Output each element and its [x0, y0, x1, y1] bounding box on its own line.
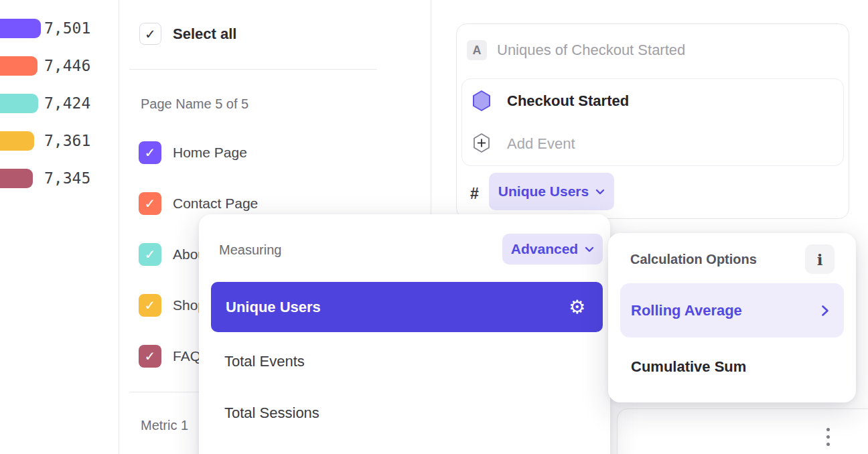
menu-option-label: Unique Users — [226, 299, 321, 316]
bar-segment — [0, 56, 38, 76]
add-event-icon[interactable] — [472, 133, 491, 153]
series-letter-badge[interactable]: A — [467, 40, 487, 60]
calculation-options-menu: Calculation Options i Rolling Average Cu… — [608, 233, 856, 402]
add-event-label[interactable]: Add Event — [507, 135, 575, 153]
measurement-dropdown[interactable]: Unique Users — [489, 173, 614, 210]
select-all-label[interactable]: Select all — [173, 24, 236, 44]
bar-segment — [0, 94, 38, 113]
advanced-mode-button[interactable]: Advanced — [502, 234, 603, 264]
checkmark-icon: ✓ — [145, 145, 156, 161]
checkbox-about-page[interactable]: ✓ — [139, 243, 161, 266]
menu-option-total-events[interactable]: Total Events — [224, 353, 305, 370]
second-metric-card — [617, 408, 868, 454]
menu-option-unique-users[interactable]: Unique Users ⚙ — [211, 282, 603, 332]
bar-value: 7,501 — [44, 19, 90, 38]
checkmark-icon: ✓ — [145, 246, 156, 262]
measuring-menu-title: Measuring — [219, 242, 281, 258]
checkbox-shop-page[interactable]: ✓ — [139, 294, 161, 317]
bar-value: 7,345 — [44, 169, 90, 188]
info-icon[interactable]: i — [805, 244, 835, 274]
checkmark-icon: ✓ — [145, 26, 156, 42]
filter-item-label[interactable]: Home Page — [173, 141, 247, 164]
chevron-down-icon — [585, 246, 594, 252]
chevron-right-icon — [821, 305, 829, 317]
bar-value: 7,361 — [44, 131, 90, 151]
checkbox-faq-page[interactable]: ✓ — [139, 345, 161, 368]
filter-divider — [129, 69, 377, 70]
event-name[interactable]: Checkout Started — [507, 92, 629, 110]
series-name-input[interactable]: Uniques of Checkout Started — [497, 42, 685, 59]
filter-item-label[interactable]: Contact Page — [173, 192, 258, 215]
checkmark-icon: ✓ — [145, 297, 156, 313]
bar-segment — [0, 131, 34, 151]
bar-segment — [0, 19, 41, 38]
menu-option-total-sessions[interactable]: Total Sessions — [224, 404, 319, 422]
chevron-down-icon — [595, 189, 605, 195]
measuring-menu: Measuring Advanced Unique Users ⚙ Total … — [199, 214, 610, 454]
calc-option-cumulative-sum[interactable]: Cumulative Sum — [631, 358, 746, 376]
event-list-card — [461, 78, 844, 166]
bar-segment — [0, 169, 33, 188]
count-prefix: # — [470, 185, 479, 203]
checkmark-icon: ✓ — [145, 196, 156, 212]
checkbox-contact-page[interactable]: ✓ — [139, 192, 161, 215]
kebab-menu-icon[interactable] — [826, 428, 830, 446]
bar-value: 7,424 — [44, 94, 90, 113]
bar-value: 7,446 — [44, 56, 90, 76]
gear-icon[interactable]: ⚙ — [569, 298, 585, 317]
advanced-label: Advanced — [511, 241, 578, 257]
calc-option-rolling-average[interactable]: Rolling Average — [620, 283, 844, 337]
event-hexagon-icon — [472, 90, 492, 112]
metric-label: Metric 1 — [141, 418, 188, 433]
checkmark-icon: ✓ — [145, 348, 156, 364]
filter-group-label: Page Name 5 of 5 — [141, 96, 248, 112]
left-panel-divider — [119, 0, 119, 454]
checkbox-home-page[interactable]: ✓ — [139, 141, 161, 164]
select-all-checkbox[interactable]: ✓ — [139, 23, 161, 45]
calculation-options-title: Calculation Options — [630, 252, 757, 267]
measurement-label: Unique Users — [498, 183, 589, 200]
calc-option-label: Rolling Average — [631, 302, 742, 319]
